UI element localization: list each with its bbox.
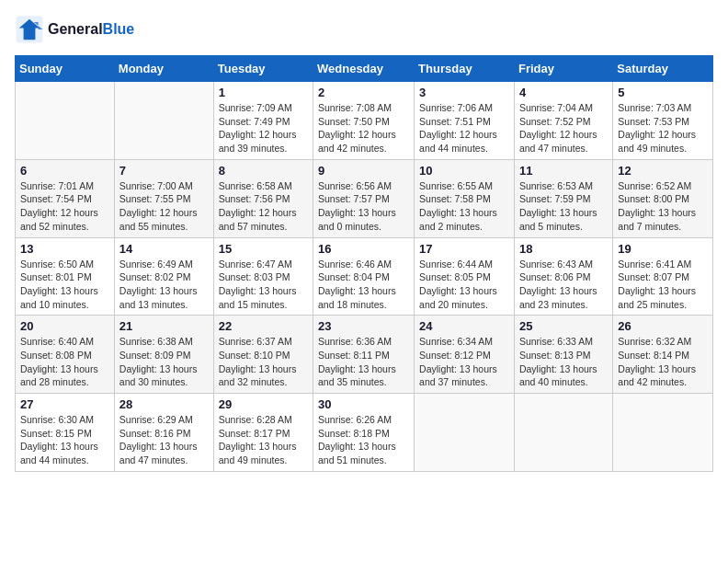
day-info: Sunrise: 6:37 AM Sunset: 8:10 PM Dayligh… [219,335,308,389]
day-number: 1 [219,86,308,99]
day-number: 3 [419,86,509,99]
day-number: 19 [618,242,708,256]
day-number: 26 [618,319,708,333]
calendar-cell: 15Sunrise: 6:47 AM Sunset: 8:03 PM Dayli… [213,237,313,316]
day-info: Sunrise: 6:52 AM Sunset: 8:00 PM Dayligh… [618,179,708,234]
day-number: 24 [419,319,509,333]
day-number: 9 [318,164,409,178]
day-info: Sunrise: 7:06 AM Sunset: 7:51 PM Dayligh… [419,101,509,155]
day-header-saturday: Saturday [613,56,713,82]
day-number: 22 [219,319,308,333]
day-info: Sunrise: 6:41 AM Sunset: 8:07 PM Dayligh… [618,258,708,312]
logo-text: GeneralBlue [48,21,134,38]
day-info: Sunrise: 6:32 AM Sunset: 8:14 PM Dayligh… [618,335,708,389]
day-info: Sunrise: 6:44 AM Sunset: 8:05 PM Dayligh… [419,258,509,312]
calendar-cell: 12Sunrise: 6:52 AM Sunset: 8:00 PM Dayli… [613,159,713,237]
logo-icon [15,15,44,44]
calendar-cell: 21Sunrise: 6:38 AM Sunset: 8:09 PM Dayli… [114,316,213,394]
day-info: Sunrise: 6:46 AM Sunset: 8:04 PM Dayligh… [318,258,409,312]
calendar-cell [114,82,213,160]
calendar-cell: 4Sunrise: 7:04 AM Sunset: 7:52 PM Daylig… [514,82,612,160]
day-info: Sunrise: 6:43 AM Sunset: 8:06 PM Dayligh… [519,258,608,312]
calendar-cell: 7Sunrise: 7:00 AM Sunset: 7:55 PM Daylig… [114,159,213,237]
day-number: 15 [219,242,308,256]
day-info: Sunrise: 7:09 AM Sunset: 7:49 PM Dayligh… [219,101,308,155]
calendar-cell: 17Sunrise: 6:44 AM Sunset: 8:05 PM Dayli… [415,237,515,316]
calendar-cell [415,394,515,472]
day-info: Sunrise: 7:01 AM Sunset: 7:54 PM Dayligh… [20,179,109,234]
day-header-friday: Friday [514,56,612,82]
day-info: Sunrise: 6:40 AM Sunset: 8:08 PM Dayligh… [20,335,109,389]
day-info: Sunrise: 6:33 AM Sunset: 8:13 PM Dayligh… [519,335,608,389]
day-number: 14 [119,242,209,256]
day-number: 28 [119,397,209,411]
day-number: 4 [519,86,608,99]
day-number: 30 [318,397,409,411]
day-info: Sunrise: 6:26 AM Sunset: 8:18 PM Dayligh… [318,413,409,467]
day-info: Sunrise: 6:50 AM Sunset: 8:01 PM Dayligh… [20,258,109,312]
day-info: Sunrise: 6:34 AM Sunset: 8:12 PM Dayligh… [419,335,509,389]
day-number: 27 [20,397,109,411]
day-number: 6 [20,164,109,178]
calendar-cell: 9Sunrise: 6:56 AM Sunset: 7:57 PM Daylig… [313,159,415,237]
day-header-monday: Monday [114,56,213,82]
day-info: Sunrise: 6:30 AM Sunset: 8:15 PM Dayligh… [20,413,109,467]
calendar-cell [16,82,115,160]
day-header-sunday: Sunday [16,56,115,82]
week-row-2: 6Sunrise: 7:01 AM Sunset: 7:54 PM Daylig… [16,159,713,237]
calendar-cell: 18Sunrise: 6:43 AM Sunset: 8:06 PM Dayli… [514,237,612,316]
calendar-cell: 25Sunrise: 6:33 AM Sunset: 8:13 PM Dayli… [514,316,612,394]
day-info: Sunrise: 6:53 AM Sunset: 7:59 PM Dayligh… [519,179,608,234]
calendar-cell: 26Sunrise: 6:32 AM Sunset: 8:14 PM Dayli… [613,316,713,394]
day-info: Sunrise: 6:55 AM Sunset: 7:58 PM Dayligh… [419,179,509,234]
day-info: Sunrise: 7:08 AM Sunset: 7:50 PM Dayligh… [318,101,409,155]
day-info: Sunrise: 6:28 AM Sunset: 8:17 PM Dayligh… [219,413,308,467]
day-info: Sunrise: 6:36 AM Sunset: 8:11 PM Dayligh… [318,335,409,389]
calendar-cell: 30Sunrise: 6:26 AM Sunset: 8:18 PM Dayli… [313,394,415,472]
calendar-cell: 13Sunrise: 6:50 AM Sunset: 8:01 PM Dayli… [16,237,115,316]
day-info: Sunrise: 7:00 AM Sunset: 7:55 PM Dayligh… [119,179,209,234]
calendar-table: SundayMondayTuesdayWednesdayThursdayFrid… [15,55,713,472]
day-info: Sunrise: 6:47 AM Sunset: 8:03 PM Dayligh… [219,258,308,312]
day-number: 29 [219,397,308,411]
calendar-cell: 6Sunrise: 7:01 AM Sunset: 7:54 PM Daylig… [16,159,115,237]
day-number: 18 [519,242,608,256]
day-number: 7 [119,164,209,178]
calendar-cell: 19Sunrise: 6:41 AM Sunset: 8:07 PM Dayli… [613,237,713,316]
calendar-cell: 5Sunrise: 7:03 AM Sunset: 7:53 PM Daylig… [613,82,713,160]
calendar-cell [514,394,612,472]
calendar-header-row: SundayMondayTuesdayWednesdayThursdayFrid… [16,56,713,82]
week-row-4: 20Sunrise: 6:40 AM Sunset: 8:08 PM Dayli… [16,316,713,394]
calendar-cell: 8Sunrise: 6:58 AM Sunset: 7:56 PM Daylig… [213,159,313,237]
day-info: Sunrise: 6:56 AM Sunset: 7:57 PM Dayligh… [318,179,409,234]
calendar-cell: 3Sunrise: 7:06 AM Sunset: 7:51 PM Daylig… [415,82,515,160]
day-number: 21 [119,319,209,333]
calendar-cell: 20Sunrise: 6:40 AM Sunset: 8:08 PM Dayli… [16,316,115,394]
calendar-cell: 10Sunrise: 6:55 AM Sunset: 7:58 PM Dayli… [415,159,515,237]
day-number: 23 [318,319,409,333]
week-row-3: 13Sunrise: 6:50 AM Sunset: 8:01 PM Dayli… [16,237,713,316]
day-number: 8 [219,164,308,178]
day-info: Sunrise: 6:49 AM Sunset: 8:02 PM Dayligh… [119,258,209,312]
day-number: 2 [318,86,409,99]
day-header-thursday: Thursday [415,56,515,82]
day-number: 10 [419,164,509,178]
day-number: 20 [20,319,109,333]
calendar-cell: 16Sunrise: 6:46 AM Sunset: 8:04 PM Dayli… [313,237,415,316]
calendar-cell: 11Sunrise: 6:53 AM Sunset: 7:59 PM Dayli… [514,159,612,237]
calendar-cell: 22Sunrise: 6:37 AM Sunset: 8:10 PM Dayli… [213,316,313,394]
day-number: 12 [618,164,708,178]
day-number: 5 [618,86,708,99]
day-info: Sunrise: 6:38 AM Sunset: 8:09 PM Dayligh… [119,335,209,389]
calendar-cell: 14Sunrise: 6:49 AM Sunset: 8:02 PM Dayli… [114,237,213,316]
logo: GeneralBlue [15,15,134,44]
calendar-cell: 24Sunrise: 6:34 AM Sunset: 8:12 PM Dayli… [415,316,515,394]
page-header: GeneralBlue [15,15,713,44]
calendar-cell: 27Sunrise: 6:30 AM Sunset: 8:15 PM Dayli… [16,394,115,472]
day-header-wednesday: Wednesday [313,56,415,82]
calendar-cell: 2Sunrise: 7:08 AM Sunset: 7:50 PM Daylig… [313,82,415,160]
day-header-tuesday: Tuesday [213,56,313,82]
calendar-body: 1Sunrise: 7:09 AM Sunset: 7:49 PM Daylig… [16,82,713,472]
day-number: 13 [20,242,109,256]
day-info: Sunrise: 7:03 AM Sunset: 7:53 PM Dayligh… [618,101,708,155]
